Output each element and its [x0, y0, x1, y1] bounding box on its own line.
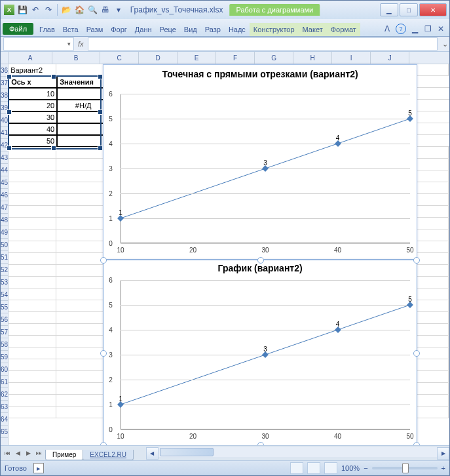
save-icon[interactable]: 💾 — [16, 4, 28, 16]
cell[interactable] — [9, 253, 56, 265]
row-header[interactable]: 50 — [1, 239, 8, 251]
col-header[interactable]: J — [371, 52, 409, 64]
app-icon[interactable]: X — [3, 4, 15, 16]
tab-chart-design[interactable]: Конструктор — [250, 23, 299, 36]
row-header[interactable]: 44 — [1, 164, 8, 176]
col-header[interactable]: B — [52, 52, 100, 64]
tab-file[interactable]: Файл — [3, 23, 33, 35]
view-normal-button[interactable] — [290, 462, 303, 474]
wbk-close-icon[interactable]: ✕ — [436, 24, 445, 33]
cell[interactable] — [9, 194, 56, 206]
row-header[interactable]: 47 — [1, 201, 8, 214]
cell[interactable] — [56, 395, 108, 407]
sheet-nav-last[interactable]: ⏭ — [33, 448, 44, 458]
row-header[interactable]: 55 — [1, 301, 8, 313]
cell[interactable] — [9, 407, 56, 418]
cell[interactable] — [56, 312, 108, 324]
cell[interactable] — [56, 336, 108, 347]
row-header[interactable]: 58 — [1, 338, 8, 351]
select-all-corner[interactable] — [1, 52, 8, 64]
name-box[interactable]: ▾ — [3, 37, 74, 50]
row-header[interactable]: 46 — [1, 189, 8, 201]
row-header[interactable]: 45 — [1, 176, 8, 189]
zoom-slider[interactable] — [372, 467, 438, 469]
cell[interactable] — [9, 218, 56, 229]
row-header[interactable]: 36 — [1, 64, 8, 77]
cell[interactable] — [56, 324, 108, 336]
tab-chart-format[interactable]: Формат — [327, 23, 360, 36]
cell[interactable] — [56, 218, 108, 229]
macro-record-icon[interactable]: ▸ — [33, 463, 44, 473]
row-header[interactable]: 51 — [1, 251, 8, 264]
preview-icon[interactable]: 🔍 — [86, 4, 98, 16]
sheet-tab[interactable]: EXCEL2.RU — [83, 450, 134, 460]
cell[interactable] — [56, 241, 108, 253]
chart-scatter[interactable]: Точечная с прямыми отрезками (вариант2) … — [103, 64, 417, 260]
wbk-minimize-icon[interactable]: ▁ — [410, 24, 419, 33]
data-label[interactable]: 4 — [336, 321, 340, 328]
horizontal-scrollbar[interactable]: ◀ ▶ — [146, 447, 449, 460]
cell[interactable] — [56, 277, 108, 288]
cell[interactable] — [9, 383, 56, 395]
cell[interactable] — [9, 265, 56, 277]
data-label[interactable]: 3 — [263, 346, 267, 353]
cell[interactable] — [56, 371, 108, 383]
tab-developer[interactable]: Разр — [201, 23, 225, 36]
col-header[interactable]: A — [9, 52, 52, 64]
row-header[interactable]: 65 — [1, 426, 8, 438]
data-label[interactable]: 4 — [336, 134, 340, 142]
cell[interactable] — [56, 206, 108, 218]
cell[interactable] — [9, 300, 56, 312]
row-header[interactable]: 53 — [1, 276, 8, 288]
scroll-left-button[interactable]: ◀ — [146, 447, 159, 460]
cell[interactable] — [9, 159, 56, 170]
namebox-dropdown-icon[interactable]: ▾ — [67, 41, 71, 47]
cell[interactable]: 30 — [9, 111, 57, 123]
cell[interactable] — [56, 288, 108, 300]
chart-title[interactable]: Точечная с прямыми отрезками (вариант2) — [103, 65, 417, 83]
cell[interactable]: 5 — [57, 135, 109, 147]
row-header[interactable]: 37 — [1, 77, 8, 89]
row-header[interactable]: 39 — [1, 102, 8, 114]
cell[interactable]: #Н/Д — [57, 100, 109, 111]
cell[interactable] — [9, 395, 56, 407]
cell[interactable] — [9, 347, 56, 359]
open-icon[interactable]: 📂 — [60, 4, 72, 16]
plot-area[interactable]: 012345610203040501345 — [121, 94, 410, 243]
cell[interactable]: 4 — [57, 123, 109, 135]
cell[interactable]: Значения — [57, 76, 109, 88]
cell[interactable]: 20 — [9, 100, 57, 111]
col-header[interactable]: C — [100, 52, 139, 64]
cell[interactable]: 40 — [9, 123, 57, 135]
cell[interactable] — [9, 147, 56, 159]
tab-review[interactable]: Реце — [156, 23, 180, 36]
cell[interactable] — [56, 159, 108, 170]
cell[interactable]: Ось х — [9, 76, 57, 88]
col-header[interactable]: E — [178, 52, 216, 64]
data-label[interactable]: 3 — [263, 159, 267, 167]
row-header[interactable]: 52 — [1, 264, 8, 276]
col-header[interactable]: I — [332, 52, 371, 64]
cell[interactable] — [56, 64, 108, 76]
tab-home[interactable]: Глав — [35, 23, 59, 36]
cell[interactable] — [56, 265, 108, 277]
cell[interactable] — [9, 277, 56, 288]
row-header[interactable]: 43 — [1, 151, 8, 164]
tab-chart-layout[interactable]: Макет — [299, 23, 327, 36]
sheet-nav-next[interactable]: ▶ — [23, 448, 33, 458]
tab-data[interactable]: Данн — [131, 23, 156, 36]
row-header[interactable]: 59 — [1, 351, 8, 363]
row-header[interactable]: 64 — [1, 413, 8, 426]
cell[interactable] — [56, 229, 108, 241]
data-label[interactable]: 5 — [408, 296, 412, 303]
cell[interactable] — [9, 288, 56, 300]
cell[interactable] — [56, 147, 108, 159]
sheet-tab-active[interactable]: Пример — [45, 450, 83, 460]
sheet-nav-first[interactable]: ⏮ — [2, 448, 12, 458]
row-header[interactable]: 57 — [1, 326, 8, 338]
zoom-value[interactable]: 100% — [341, 464, 360, 472]
cell[interactable] — [56, 359, 108, 371]
row-header[interactable]: 42 — [1, 139, 8, 151]
zoom-in-button[interactable]: + — [441, 464, 445, 472]
row-header[interactable]: 54 — [1, 288, 8, 301]
